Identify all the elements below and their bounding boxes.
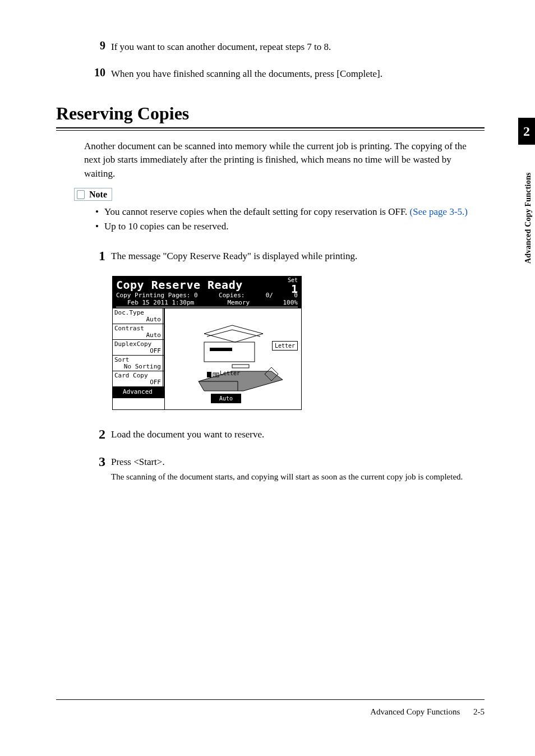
footer-text: Advanced Copy Functions — [370, 707, 460, 716]
note-icon — [77, 190, 85, 199]
svg-rect-3 — [207, 372, 211, 377]
step-text: The message "Copy Reserve Ready" is disp… — [111, 248, 357, 264]
step-number: 3 — [90, 454, 105, 483]
lcd-duplex-button[interactable]: DuplexCopy OFF — [113, 340, 164, 356]
svg-rect-1 — [210, 348, 232, 351]
lcd-set-block: Set 1 — [288, 278, 298, 294]
step-3-row: 3 Press <Start>. The scanning of the doc… — [90, 454, 485, 483]
lcd-pages: Copy Printing Pages: 0 — [116, 292, 198, 299]
svg-rect-0 — [204, 342, 255, 362]
lcd-screenshot: Copy Reserve Ready Set 1 Copy Printing P… — [112, 276, 302, 410]
lcd-status-line: Copy Printing Pages: 0 Copies: 0/ 0 — [116, 292, 298, 299]
lcd-datetime: Feb 15 2011 1:30pm — [127, 299, 194, 306]
bullet-text: Up to 10 copies can be reserved. — [104, 220, 228, 234]
step-number: 2 — [90, 427, 105, 442]
lcd-paper-size[interactable]: Letter — [272, 341, 298, 351]
lcd-auto-button[interactable]: Auto — [211, 394, 241, 403]
lcd-copies-cur: 0/ — [266, 292, 273, 299]
lcd-header: Copy Reserve Ready Set 1 Copy Printing P… — [113, 276, 301, 308]
step-text: Load the document you want to reserve. — [111, 427, 264, 442]
svg-rect-2 — [232, 365, 249, 368]
step-number: 1 — [90, 248, 105, 264]
lcd-datetime-line: Feb 15 2011 1:30pm Memory 100% — [116, 299, 298, 307]
lcd-memory-label: Memory — [227, 299, 250, 306]
step-text: Press <Start>. The scanning of the docum… — [111, 454, 463, 483]
lcd-orientation-label: Letter — [220, 370, 240, 376]
step-text: If you want to scan another document, re… — [111, 39, 331, 54]
note-box: Note — [74, 188, 112, 201]
lcd-contrast-button[interactable]: Contrast Auto — [113, 324, 164, 340]
bullet-text: You cannot reserve copies when the defau… — [104, 205, 468, 219]
step-number: 9 — [90, 39, 105, 54]
section-heading: Reserving Copies — [56, 103, 485, 124]
note-label: Note — [89, 190, 107, 199]
step-note: The scanning of the document starts, and… — [111, 471, 463, 483]
bullet-item: • Up to 10 copies can be reserved. — [95, 220, 485, 234]
lcd-advanced-button[interactable]: Advanced — [113, 387, 164, 398]
intro-paragraph: Another document can be scanned into mem… — [84, 140, 485, 181]
step-2-row: 2 Load the document you want to reserve. — [90, 427, 485, 442]
lcd-copies-label: Copies: — [219, 292, 245, 299]
lcd-doctype-button[interactable]: Doc.Type Auto — [113, 308, 164, 324]
step-10-row: 10 When you have finished scanning all t… — [90, 66, 485, 81]
step-9-row: 9 If you want to scan another document, … — [90, 39, 485, 54]
bullet-item: • You cannot reserve copies when the def… — [95, 205, 485, 219]
lcd-body: Doc.Type Auto Contrast Auto DuplexCopy O… — [113, 308, 301, 409]
lcd-title: Copy Reserve Ready — [116, 278, 243, 292]
footer-rule — [56, 699, 485, 700]
lcd-sort-button[interactable]: Sort No Sorting — [113, 356, 164, 371]
lcd-cardcopy-button[interactable]: Card Copy OFF — [113, 371, 164, 387]
bullet-dot: • — [95, 205, 104, 219]
bullet-dot: • — [95, 220, 104, 234]
page-link[interactable]: (See page 3-5.) — [410, 206, 468, 217]
page-footer: Advanced Copy Functions 2-5 — [370, 707, 485, 717]
step-text: When you have finished scanning all the … — [111, 66, 382, 81]
step-1-row: 1 The message "Copy Reserve Ready" is di… — [90, 248, 485, 264]
lcd-memory-value: 100% — [283, 299, 298, 306]
lcd-sidebar: Doc.Type Auto Contrast Auto DuplexCopy O… — [113, 308, 165, 409]
page-number: 2-5 — [473, 707, 485, 716]
lcd-canvas: Letter Letter Auto — [165, 308, 301, 409]
note-bullets: • You cannot reserve copies when the def… — [95, 205, 485, 234]
heading-rule — [56, 127, 485, 131]
step-number: 10 — [90, 66, 105, 81]
lcd-set-value: 1 — [288, 283, 298, 294]
